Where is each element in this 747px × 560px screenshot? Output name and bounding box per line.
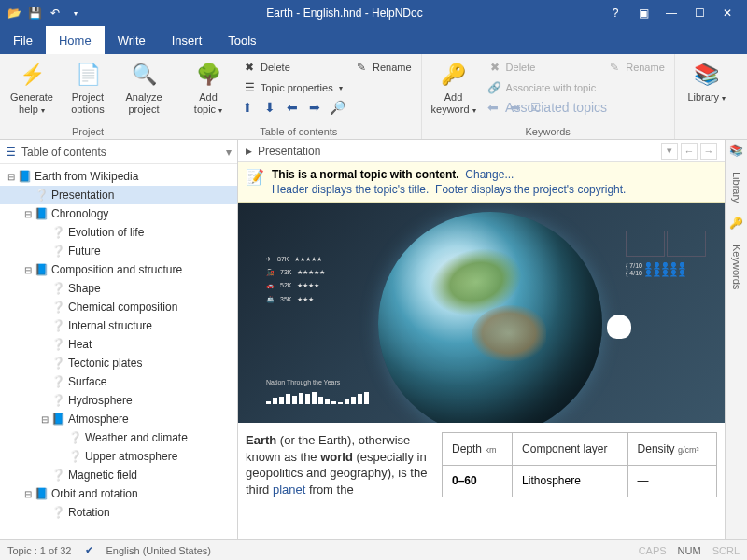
workspace: ☰ Table of contents ▾ ⊟📘Earth from Wikip… (0, 140, 747, 539)
arrow-up-icon[interactable]: ⬆ (238, 98, 257, 117)
save-icon[interactable]: 💾 (26, 5, 43, 21)
kw-delete-button[interactable]: ✖Delete (484, 57, 600, 77)
tab-file[interactable]: File (0, 26, 46, 54)
analyze-project-button[interactable]: 🔍Analyzeproject (118, 57, 170, 118)
arrow-down-icon[interactable]: ⬇ (261, 98, 279, 117)
minimize-icon[interactable]: — (661, 5, 682, 21)
generate-help-button[interactable]: ⚡Generatehelp ▾ (6, 57, 58, 118)
tree-add-icon: 🌳 (193, 60, 223, 90)
close-icon[interactable]: ✕ (717, 5, 738, 21)
kw-associated-button[interactable]: ☑Associated topics (529, 98, 566, 117)
body-text: Earth (or the Earth), otherwise known as… (246, 432, 432, 497)
tab-home[interactable]: Home (46, 26, 105, 54)
kw-rename-button[interactable]: ✎Rename (603, 57, 669, 77)
restore-icon[interactable]: ☐ (689, 5, 710, 21)
tree-item[interactable]: ❔Magnetic field (0, 466, 237, 484)
tree-item[interactable]: ❔Weather and climate (0, 428, 237, 447)
spellcheck-icon[interactable]: ✔ (85, 544, 93, 556)
book-icon: 📘 (50, 413, 65, 426)
info-header-link[interactable]: Header displays the topic's title. (272, 183, 429, 196)
breadcrumb-item[interactable]: Presentation (258, 145, 320, 158)
ribbon-group-toc: 🌳Addtopic ▾ ✖Delete ☰Topic properties▾ ⬆… (176, 54, 422, 139)
tree-item[interactable]: ❔Evolution of life (0, 223, 237, 242)
breadcrumb: ▶ Presentation ▾ ← → (238, 140, 725, 162)
ribbon: ⚡Generatehelp ▾ 📄Projectoptions 🔍Analyze… (0, 54, 747, 140)
topic-icon: ❔ (50, 226, 65, 239)
tab-insert[interactable]: Insert (159, 26, 216, 54)
ribbon-toggle-icon[interactable]: ▣ (633, 5, 654, 21)
tree-item[interactable]: ❔Heat (0, 335, 237, 354)
toc-properties-button[interactable]: ☰Topic properties▾ (238, 77, 346, 98)
expander-icon[interactable]: ⊟ (22, 209, 34, 219)
tree-item[interactable]: ❔Upper atmosphere (0, 447, 237, 466)
sidebar-title: Table of contents (21, 146, 106, 159)
arrow-left-icon[interactable]: ⬅ (484, 98, 502, 117)
rename-icon: ✎ (354, 60, 369, 75)
breadcrumb-arrow-icon[interactable]: ▶ (246, 147, 252, 156)
expander-icon[interactable]: ⊟ (6, 172, 17, 182)
tree-item[interactable]: ❔Internal structure (0, 316, 237, 335)
expander-icon[interactable]: ⊟ (22, 265, 34, 275)
toc-nav-arrows: ⬆ ⬇ ⬅ ➡ 🔎 (238, 98, 346, 117)
expander-icon[interactable]: ⊟ (22, 489, 34, 499)
tree-item[interactable]: ❔Future (0, 242, 237, 260)
tree-item[interactable]: ⊟📘Chronology (0, 204, 237, 223)
tree-item[interactable]: ⊟📘Orbit and rotation (0, 484, 237, 503)
nav-forward-icon[interactable]: → (700, 143, 717, 160)
window-title: Earth - English.hnd - HelpNDoc (84, 7, 605, 20)
library-tab-icon[interactable]: 📚 (729, 144, 744, 159)
tree-graphic (607, 315, 631, 339)
sidebar-dropdown-icon[interactable]: ▾ (226, 146, 232, 159)
expander-icon[interactable]: ⊟ (39, 414, 50, 425)
topic-icon: ❔ (50, 319, 65, 332)
arrow-left-icon[interactable]: ⬅ (283, 98, 302, 117)
topic-icon: ❔ (50, 375, 65, 388)
folder-open-icon[interactable]: 📂 (6, 5, 22, 21)
project-options-button[interactable]: 📄Projectoptions (62, 57, 114, 118)
tab-write[interactable]: Write (105, 26, 159, 54)
add-keyword-button[interactable]: 🔑Addkeyword ▾ (428, 57, 480, 118)
tree-label: Orbit and rotation (51, 487, 138, 500)
qat-dropdown-icon[interactable]: ▾ (67, 5, 84, 21)
library-button[interactable]: 📚Library ▾ (681, 57, 733, 106)
kw-associate-button[interactable]: 🔗Associate with topic (484, 77, 600, 98)
topic-icon: ❔ (50, 282, 65, 295)
tree-item[interactable]: ❔Surface (0, 372, 237, 391)
arrow-right-icon[interactable]: ➡ (305, 98, 324, 117)
status-num: NUM (678, 545, 701, 556)
rail-tab-library[interactable]: Library (731, 168, 742, 207)
titlebar: 📂 💾 ↶ ▾ Earth - English.hnd - HelpNDoc ?… (0, 0, 747, 26)
tree-item[interactable]: ❔Tectonic plates (0, 354, 237, 372)
ribbon-group-project: ⚡Generatehelp ▾ 📄Projectoptions 🔍Analyze… (0, 54, 176, 139)
hero-bars (266, 392, 369, 404)
tree-item[interactable]: ⊟📘Composition and structure (0, 260, 237, 279)
planet-link[interactable]: planet (273, 483, 305, 497)
topic-icon: ❔ (67, 450, 82, 463)
tree-item[interactable]: ⊟📘Atmosphere (0, 410, 237, 428)
tree-item[interactable]: ❔Presentation (0, 186, 237, 204)
keywords-tab-icon[interactable]: 🔑 (729, 217, 744, 231)
info-footer-link[interactable]: Footer displays the project's copyright. (435, 183, 626, 196)
nav-down-icon[interactable]: ▾ (661, 143, 678, 160)
nav-back-icon[interactable]: ← (681, 143, 698, 160)
tree-item[interactable]: ⊟📘Earth from Wikipedia (0, 167, 237, 186)
tree-item[interactable]: ❔Hydrosphere (0, 391, 237, 410)
tree-item[interactable]: ❔Chemical composition (0, 298, 237, 316)
toc-delete-button[interactable]: ✖Delete (238, 57, 346, 77)
status-lang[interactable]: English (United States) (106, 545, 212, 556)
undo-icon[interactable]: ↶ (47, 5, 63, 21)
toc-rename-button[interactable]: ✎Rename (350, 57, 416, 77)
tree-item[interactable]: ❔Shape (0, 279, 237, 298)
tree-label: Upper atmosphere (85, 450, 177, 463)
find-topic-icon[interactable]: 🔎 (328, 98, 346, 117)
info-change-link[interactable]: Change... (465, 168, 514, 181)
content-area[interactable]: ✈87K★★★★★🚂73K★★★★★🚗52K★★★★🚢35K★★★ { 7/10… (238, 203, 725, 539)
add-topic-button[interactable]: 🌳Addtopic ▾ (182, 57, 234, 118)
rail-tab-keywords[interactable]: Keywords (731, 241, 742, 293)
statusbar: Topic : 1 of 32 ✔ English (United States… (0, 539, 747, 560)
help-icon[interactable]: ? (605, 5, 626, 21)
tab-tools[interactable]: Tools (215, 26, 269, 54)
tree-label: Future (68, 245, 101, 258)
tree-label: Evolution of life (68, 226, 144, 239)
tree-item[interactable]: ❔Rotation (0, 503, 237, 522)
